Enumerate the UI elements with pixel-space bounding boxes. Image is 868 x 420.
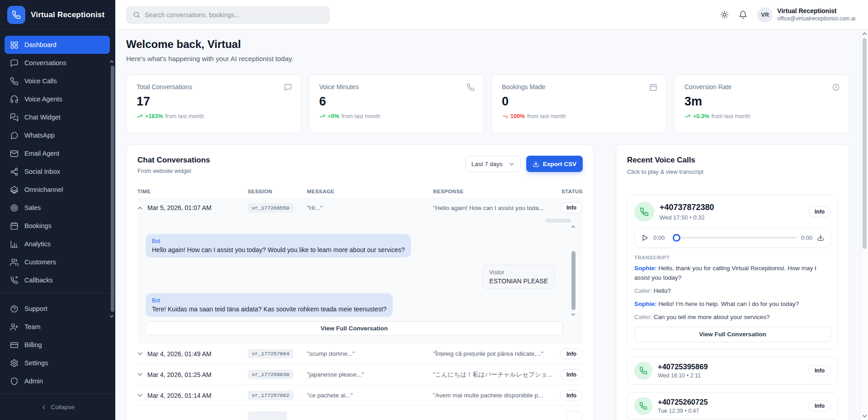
sidebar-item-support[interactable]: Support — [5, 300, 110, 318]
page-title: Welcome back, Virtual — [126, 38, 849, 51]
stat-voice-minutes: Voice Minutes 6 +0%from last month — [309, 74, 484, 133]
sidebar-item-customers[interactable]: Customers — [5, 253, 110, 271]
user-menu[interactable]: VR Virtual Receptionist office@virtualre… — [757, 7, 855, 23]
chevron-left-icon — [41, 404, 47, 410]
transcript-line: Caller: Can you tell me more about your … — [634, 313, 831, 322]
info-button[interactable]: Info — [808, 206, 831, 217]
sidebar-item-analytics[interactable]: Analytics — [5, 235, 110, 253]
export-csv-button[interactable]: Export CSV — [526, 156, 583, 172]
sidebar-item-omnichannel[interactable]: Omnichannel — [5, 181, 110, 199]
table-row[interactable]: Mar 4, 2026, 01:49 AM vr_177257604 "scum… — [137, 344, 583, 364]
info-button[interactable]: Info — [808, 401, 831, 411]
chevron-down-icon — [509, 162, 514, 166]
scroll-up-icon[interactable] — [862, 32, 867, 36]
info-button[interactable] — [566, 411, 583, 420]
call-meta: Wed 16:10 • 2:11 — [658, 372, 708, 379]
conversation-scrollbar-thumb[interactable] — [571, 251, 576, 310]
voice-call-card[interactable]: +40725395869 Wed 16:10 • 2:11 Info — [627, 357, 838, 385]
date-range-select[interactable]: Last 7 days — [466, 156, 521, 172]
chevron-down-icon[interactable] — [137, 352, 143, 356]
brand-phone-icon — [7, 6, 25, 24]
bot-message-bubble: Bot Hello again! How can I assist you to… — [146, 234, 411, 258]
collapse-button[interactable]: Collapse — [0, 394, 115, 420]
seek-slider[interactable] — [669, 234, 796, 242]
sidebar-item-bookings[interactable]: Bookings — [5, 217, 110, 235]
search-input[interactable] — [145, 11, 323, 19]
info-button[interactable]: Info — [560, 202, 583, 213]
chevron-down-icon[interactable] — [137, 393, 143, 397]
download-audio-icon[interactable] — [817, 234, 824, 241]
sidebar: Virtual Receptionist Dashboard Conversat… — [0, 0, 115, 420]
chat-section-subtitle: From website widget — [137, 167, 210, 174]
sidebar-item-voice-agents[interactable]: Voice Agents — [5, 90, 110, 108]
scroll-down-icon[interactable] — [862, 414, 867, 418]
current-time: 0:00 — [653, 234, 665, 241]
user-email: office@virtualreceptionist.com.ai — [777, 15, 855, 22]
sidebar-item-conversations[interactable]: Conversations — [5, 54, 110, 72]
bot-message-bubble: Bot Tere! Kuidas ma saan teid täna aidat… — [146, 293, 393, 317]
sidebar-item-team[interactable]: Team — [5, 318, 110, 336]
sidebar-item-sales[interactable]: Sales — [5, 199, 110, 217]
page-scrollbar[interactable] — [860, 30, 868, 420]
user-plus-icon — [10, 323, 19, 331]
theme-toggle-sun-icon[interactable] — [720, 10, 729, 19]
voice-call-card[interactable]: +40725260725 Tue 12:39 • 0:47 Info — [627, 392, 838, 420]
search-box[interactable] — [126, 6, 330, 24]
sidebar-scroll-up-icon[interactable] — [109, 60, 114, 63]
conversation-scrollbar[interactable] — [571, 219, 576, 317]
chat-conversations-card: Chat Conversations From website widget L… — [126, 144, 594, 420]
scroll-up-icon[interactable] — [571, 225, 576, 229]
phone-call-icon — [634, 202, 654, 222]
slider-knob[interactable] — [673, 234, 680, 242]
voice-call-card[interactable]: +40737872380 Wed 17:50 • 0:32 Info 0:00 … — [627, 195, 838, 349]
mail-icon — [10, 149, 19, 158]
info-button[interactable]: Info — [808, 365, 831, 376]
sidebar-item-social-inbox[interactable]: Social Inbox — [5, 162, 110, 181]
chevron-down-icon[interactable] — [137, 372, 143, 377]
sidebar-item-admin[interactable]: Admin — [5, 372, 110, 390]
stat-bookings-made: Bookings Made 0 100%from last month — [491, 74, 667, 133]
avatar: VR — [757, 7, 773, 23]
sidebar-item-dashboard[interactable]: Dashboard — [5, 36, 110, 54]
session-badge: vr_177258030 — [248, 370, 293, 379]
dashboard-grid-icon — [10, 41, 19, 49]
sidebar-item-chat-widget[interactable]: Chat Widget — [5, 108, 110, 126]
expanded-conversation: Bot Hello again! How can I assist you to… — [137, 217, 583, 344]
sidebar-item-whatsapp[interactable]: WhatsApp — [5, 126, 110, 144]
view-full-conversation-button[interactable]: View Full Conversation — [634, 327, 831, 342]
chat-bubble-icon — [284, 83, 292, 91]
target-icon — [10, 204, 19, 212]
page-scrollbar-thumb[interactable] — [863, 38, 867, 249]
share-icon — [10, 167, 19, 176]
sidebar-scroll-down-icon[interactable] — [109, 315, 114, 318]
info-button[interactable]: Info — [560, 348, 583, 359]
session-badge: vr_177266559 — [248, 203, 293, 213]
help-circle-icon — [10, 305, 19, 313]
topbar: VR Virtual Receptionist office@virtualre… — [115, 0, 868, 30]
sidebar-item-callbacks[interactable]: Callbacks — [5, 271, 110, 289]
sidebar-item-settings[interactable]: Settings — [5, 354, 110, 372]
credit-card-icon — [10, 341, 19, 349]
table-row[interactable]: Mar 5, 2026, 01:07 AM vr_177266559 "HI..… — [137, 199, 583, 217]
page-subtitle: Here's what's happening with your AI rec… — [126, 55, 849, 62]
chat-section-title: Chat Conversations — [137, 156, 210, 165]
info-button[interactable]: Info — [560, 369, 583, 380]
sidebar-scrollbar[interactable] — [111, 66, 114, 312]
view-full-conversation-link[interactable]: View Full Conversation — [146, 321, 563, 335]
call-number: +40725260725 — [658, 398, 708, 406]
table-row[interactable]: Mar 4, 2026, 01:14 AM vr_177257662 "ce p… — [137, 385, 583, 406]
sidebar-primary-nav: Dashboard Conversations Voice Calls Voic… — [0, 30, 115, 289]
voice-panel-title: Recent Voice Calls — [627, 156, 838, 165]
info-button[interactable]: Info — [560, 390, 583, 401]
table-row-partial[interactable] — [137, 406, 583, 420]
search-icon — [133, 11, 140, 19]
notifications-bell-icon[interactable] — [739, 10, 747, 19]
sidebar-item-email-agent[interactable]: Email Agent — [5, 144, 110, 162]
chevron-up-icon[interactable] — [137, 206, 143, 210]
sidebar-item-voice-calls[interactable]: Voice Calls — [5, 72, 110, 90]
trend-up-icon — [137, 113, 143, 119]
play-button[interactable] — [641, 234, 649, 242]
scroll-down-icon[interactable] — [571, 313, 576, 316]
sidebar-item-billing[interactable]: Billing — [5, 336, 110, 354]
table-row[interactable]: Mar 4, 2026, 01:25 AM vr_177258030 "japa… — [137, 364, 583, 385]
